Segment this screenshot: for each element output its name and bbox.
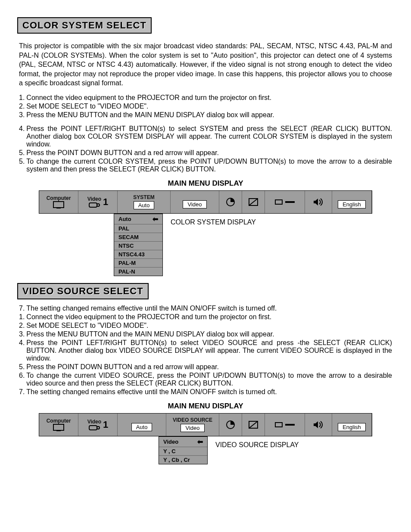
menu-item-brightness[interactable]	[265, 191, 305, 213]
system-label: SYSTEM	[133, 194, 154, 200]
system-value: Auto	[131, 423, 153, 431]
dropdown-caption: VIDEO SOURCE DISPLAY	[215, 436, 299, 450]
svg-rect-6	[275, 200, 282, 204]
step-num: 4.	[19, 339, 25, 362]
computer-label: Computer	[47, 418, 71, 424]
camera-icon	[89, 202, 100, 208]
menu-item-video[interactable]: Video 1	[78, 191, 118, 213]
menu-item-system[interactable]: SYSTEM Auto	[118, 191, 171, 213]
rect-icon	[275, 422, 283, 427]
video-number: 1	[103, 196, 108, 208]
dropdown-item[interactable]: Video⬅	[159, 437, 207, 447]
step-num: 2.	[19, 103, 25, 110]
steps-group-a: 1.Connect the video equipment to the PRO…	[19, 94, 392, 119]
step-num: 4.	[19, 125, 25, 148]
main-menu-bar-2: Computer Video 1 Auto VIDEO SOURCE Video	[39, 413, 372, 436]
step-text: Press the MENU BUTTON and the MAIN MENU …	[26, 111, 392, 119]
menu-item-system[interactable]: Auto	[118, 414, 166, 436]
step-num: 1.	[19, 313, 25, 321]
steps-group-b: 4.Press the POINT LEFT/RIGHT BUTTON(s) t…	[19, 125, 392, 173]
menu-item-language[interactable]: English	[332, 191, 372, 213]
step-num: 5.	[19, 158, 25, 173]
menu-item-source[interactable]: Video	[171, 191, 219, 213]
menu-item-sound[interactable]	[305, 414, 332, 436]
dropdown-caption: COLOR SYSTEM DISPLAY	[171, 214, 256, 227]
step-text: Connect the video equipment to the PROJE…	[26, 94, 392, 102]
step-num: 3.	[19, 330, 25, 338]
menu-item-computer[interactable]: Computer	[39, 414, 78, 436]
svg-rect-10	[89, 426, 97, 430]
step-num: 6.	[19, 372, 25, 387]
steps-group-2: 7.The setting changed remains effective …	[19, 305, 392, 396]
svg-rect-15	[285, 424, 295, 426]
step-text: To change the current VIDEO SOURCE, pres…	[26, 372, 392, 387]
svg-rect-1	[56, 208, 61, 208]
svg-point-3	[97, 204, 100, 206]
section-heading-color-system: COLOR SYSTEM SELECT	[17, 17, 152, 34]
step-num: 1.	[19, 94, 25, 102]
main-menu-display-caption-2: MAIN MENU DISPLAY	[17, 402, 394, 411]
speaker-icon	[313, 198, 324, 206]
menu-item-computer[interactable]: Computer	[39, 191, 78, 213]
video-number: 1	[103, 419, 108, 430]
menu-item-brightness[interactable]	[265, 414, 305, 436]
color-system-dropdown[interactable]: Auto⬅ PAL SECAM NTSC NTSC4.43 PAL-M PAL-…	[114, 214, 163, 276]
step-text: To change the current COLOR SYSTEM, pres…	[26, 158, 392, 173]
screen-icon	[249, 421, 258, 429]
svg-point-11	[97, 426, 100, 429]
color-system-dropdown-wrap: Auto⬅ PAL SECAM NTSC NTSC4.43 PAL-M PAL-…	[39, 214, 372, 276]
menu-item-adjust[interactable]	[219, 414, 242, 436]
speaker-icon	[313, 420, 324, 429]
monitor-icon	[53, 201, 64, 209]
step-text: Press the MENU BUTTON and the MAIN MENU …	[26, 330, 392, 338]
system-value: Auto	[134, 201, 155, 209]
menu-item-video[interactable]: Video 1	[78, 414, 118, 436]
dropdown-item[interactable]: Auto⬅	[114, 214, 162, 224]
monitor-icon	[53, 424, 64, 432]
dropdown-item[interactable]: PAL	[114, 224, 162, 233]
step-text: The setting changed remains effective un…	[26, 305, 392, 312]
svg-rect-14	[275, 423, 282, 427]
menu-item-screen[interactable]	[242, 414, 265, 436]
video-source-dropdown[interactable]: Video⬅ Y , C Y , Cb , Cr	[159, 436, 208, 464]
bar-icon	[285, 200, 295, 204]
bar-icon	[285, 423, 295, 427]
intro-paragraph: This projector is compatible with the si…	[19, 41, 392, 88]
dropdown-item[interactable]: PAL-M	[114, 259, 162, 268]
step-num: 3.	[19, 111, 25, 119]
svg-rect-2	[89, 203, 97, 207]
svg-rect-0	[53, 202, 64, 208]
computer-label: Computer	[47, 195, 71, 201]
dropdown-item[interactable]: NTSC4.43	[114, 250, 162, 259]
dropdown-item[interactable]: Y , Cb , Cr	[159, 456, 207, 464]
dropdown-item[interactable]: PAL-N	[114, 268, 162, 276]
menu-item-language[interactable]: English	[332, 414, 372, 436]
main-menu-bar-1: Computer Video 1 SYSTEM Auto Video	[39, 190, 372, 214]
step-text: Press the POINT LEFT/RIGHT BUTTON(s) to …	[26, 339, 392, 362]
screen-icon	[249, 198, 258, 206]
step-text: Set MODE SELECT to "VIDEO MODE".	[26, 103, 392, 110]
menu-item-source[interactable]: VIDEO SOURCE Video	[166, 414, 219, 436]
rect-icon	[275, 199, 283, 205]
main-menu-display-caption: MAIN MENU DISPLAY	[17, 179, 394, 188]
step-num: 2.	[19, 322, 25, 330]
step-text: Connect the video equipment to the PROJE…	[26, 313, 392, 321]
step-num: 7.	[19, 305, 25, 312]
step-text: Set MODE SELECT to "VIDEO MODE".	[26, 322, 392, 330]
dropdown-item[interactable]: NTSC	[114, 242, 162, 250]
step-num: 5.	[19, 149, 25, 157]
menu-item-screen[interactable]	[242, 191, 265, 213]
menu-item-sound[interactable]	[305, 191, 332, 213]
svg-rect-7	[285, 201, 295, 203]
language-value: English	[338, 423, 366, 431]
source-label: VIDEO SOURCE	[173, 417, 212, 423]
adjust-icon	[226, 420, 235, 429]
video-label: Video	[87, 196, 101, 202]
step-num: 7.	[19, 388, 25, 396]
dropdown-item[interactable]: SECAM	[114, 233, 162, 242]
arrow-left-icon: ⬅	[153, 215, 158, 223]
menu-item-adjust[interactable]	[219, 191, 242, 213]
arrow-left-icon: ⬅	[197, 438, 203, 446]
dropdown-item[interactable]: Y , C	[159, 447, 207, 456]
source-value: Video	[183, 200, 206, 208]
